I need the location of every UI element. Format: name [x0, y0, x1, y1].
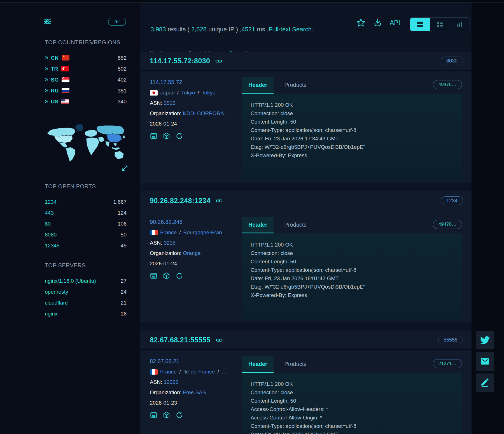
country-count: 852	[118, 55, 127, 61]
ip-link[interactable]: 114.17.55.72	[150, 79, 182, 85]
result-title-link[interactable]: 90.26.82.248:1234	[150, 197, 211, 205]
api-link[interactable]: API	[390, 19, 400, 27]
chain-link-icon[interactable]	[216, 197, 223, 205]
server-row[interactable]: nginx 16	[45, 308, 127, 319]
country-row[interactable]: » SG 402	[45, 74, 127, 85]
ip-link[interactable]: 90.26.82.248	[150, 219, 183, 225]
chain-link-icon[interactable]	[216, 336, 223, 344]
port-row[interactable]: 80 106	[45, 218, 127, 229]
server-link[interactable]: cloudflare	[45, 300, 68, 306]
server-link[interactable]: nginx	[45, 311, 57, 317]
result-title-link[interactable]: 114.17.55.72:8030	[150, 57, 210, 65]
refresh-icon[interactable]	[176, 411, 183, 419]
port-row[interactable]: 8080 50	[45, 229, 127, 240]
web-preview-icon[interactable]	[150, 411, 157, 419]
result-title-link[interactable]: 82.67.68.21:55555	[150, 336, 211, 344]
organization-link[interactable]: Free SAS	[183, 389, 206, 395]
hash-badge[interactable]: 49476…	[433, 220, 462, 229]
feedback-edit-button[interactable]	[476, 373, 494, 392]
asn-link[interactable]: 2516	[164, 100, 176, 106]
tab-products[interactable]: Products	[284, 217, 306, 233]
search-mode-link[interactable]: Full-text Search	[269, 26, 312, 33]
detail-tabs: Header Products 49476…	[242, 77, 462, 94]
world-map[interactable]	[45, 114, 127, 170]
country-row[interactable]: » TR 502	[45, 63, 127, 74]
port-link[interactable]: 443	[45, 210, 54, 216]
country-link[interactable]: France	[160, 229, 177, 236]
asn-link[interactable]: 12322	[164, 379, 179, 385]
tab-header[interactable]: Header	[242, 77, 274, 94]
port-row[interactable]: 443 124	[45, 207, 127, 218]
hash-badge[interactable]: 49476…	[433, 80, 462, 89]
country-code[interactable]: CN	[51, 55, 59, 61]
tab-header[interactable]: Header	[242, 217, 274, 233]
country-code[interactable]: US	[51, 99, 58, 105]
map-expand-icon[interactable]	[122, 165, 128, 171]
organization-link[interactable]: KDDI CORPORA…	[183, 110, 229, 116]
tab-header[interactable]: Header	[242, 356, 274, 373]
server-row[interactable]: nginx/1.18.0 (Ubuntu) 27	[45, 275, 127, 286]
port-badge[interactable]: 1234	[441, 196, 463, 205]
port-badge[interactable]: 8030	[441, 57, 463, 65]
region-link[interactable]: Bourgogne-Fran…	[183, 229, 227, 236]
port-row[interactable]: 1234 1,667	[45, 196, 127, 207]
region-link[interactable]: Ile-de-France	[183, 369, 215, 375]
product-cube-icon[interactable]	[163, 272, 170, 280]
region-link[interactable]: Tokyo	[181, 90, 195, 96]
port-link[interactable]: 80	[45, 221, 51, 227]
country-link[interactable]: France	[160, 369, 177, 375]
asn-row: ASN: 3215	[150, 240, 242, 246]
port-link[interactable]: 12345	[45, 243, 60, 249]
grid-view-button[interactable]	[410, 18, 430, 31]
port-badge[interactable]: 55555	[438, 336, 463, 344]
country-code[interactable]: RU	[51, 88, 59, 94]
favorite-star-icon[interactable]	[356, 18, 366, 27]
result-card-body: 114.17.55.72 Japan / Tokyo / Tokyo ASN: …	[140, 71, 472, 150]
chart-view-button[interactable]	[450, 18, 470, 31]
product-cube-icon[interactable]	[163, 132, 170, 140]
list-view-button[interactable]	[430, 18, 450, 31]
chain-link-icon[interactable]	[215, 57, 222, 65]
city-link[interactable]: …	[221, 369, 227, 375]
country-code[interactable]: TR	[51, 66, 58, 72]
web-preview-icon[interactable]	[150, 272, 157, 280]
twitter-share-button[interactable]	[476, 331, 494, 349]
result-tools	[150, 272, 242, 280]
server-link[interactable]: nginx/1.18.0 (Ubuntu)	[45, 278, 96, 284]
asn-link[interactable]: 3215	[164, 240, 176, 246]
country-row[interactable]: » US 340	[45, 96, 127, 107]
country-row[interactable]: » CN 852	[45, 52, 127, 63]
double-chevron-icon: »	[45, 65, 48, 72]
port-count: 49	[121, 243, 127, 249]
contact-mail-button[interactable]	[476, 352, 494, 371]
refresh-icon[interactable]	[176, 272, 183, 280]
server-row[interactable]: cloudflare 21	[45, 297, 127, 308]
port-link[interactable]: 8080	[45, 232, 57, 238]
product-cube-icon[interactable]	[163, 411, 170, 419]
organization-link[interactable]: Orange	[183, 250, 200, 256]
france-flag	[150, 230, 158, 235]
result-card-titlebar: 90.26.82.248:1234 1234	[140, 191, 472, 210]
download-icon[interactable]	[373, 18, 382, 27]
port-row[interactable]: 12345 49	[45, 240, 127, 251]
japan-flag	[150, 90, 158, 96]
country-link[interactable]: Japan	[160, 90, 175, 96]
city-link[interactable]: Tokyo	[202, 90, 216, 96]
server-link[interactable]: openresty	[45, 289, 68, 295]
country-code[interactable]: SG	[51, 77, 59, 83]
tab-products[interactable]: Products	[284, 356, 306, 372]
filter-sliders-icon[interactable]	[43, 17, 52, 26]
hash-badge[interactable]: 21271…	[433, 359, 462, 368]
refresh-icon[interactable]	[176, 132, 183, 140]
server-row[interactable]: openresty 24	[45, 286, 127, 297]
top-open-ports-heading: TOP OPEN PORTS	[45, 183, 127, 190]
result-card-body: 82.67.68.21 France / Ile-de-France / … A…	[140, 350, 472, 429]
tab-products[interactable]: Products	[284, 77, 306, 93]
double-chevron-icon: »	[45, 87, 48, 94]
port-link[interactable]: 1234	[45, 199, 57, 205]
organization-row: Organization: Free SAS	[150, 389, 242, 396]
all-filter-button[interactable]: all	[108, 18, 126, 26]
country-row[interactable]: » RU 381	[45, 85, 127, 96]
web-preview-icon[interactable]	[150, 132, 157, 140]
ip-link[interactable]: 82.67.68.21	[150, 358, 179, 364]
